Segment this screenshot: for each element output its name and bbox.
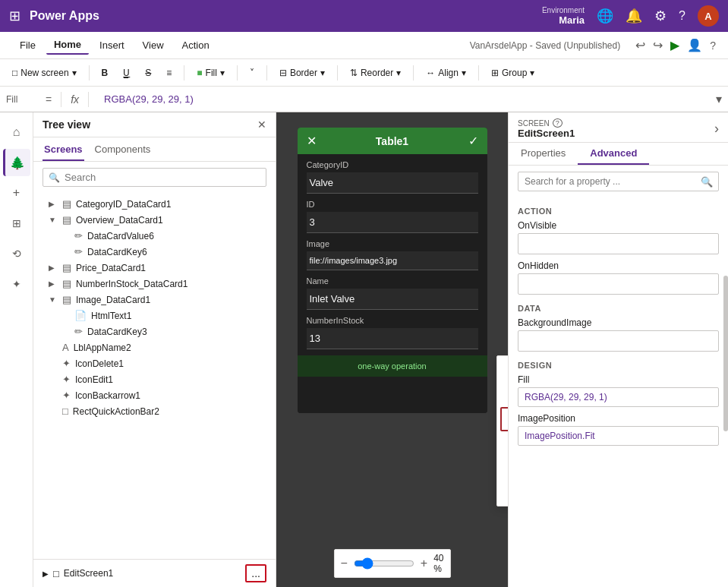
property-search-input[interactable] xyxy=(518,172,719,191)
strikethrough-button[interactable]: S xyxy=(139,65,157,80)
toolbar-sep-3 xyxy=(237,65,238,80)
avatar[interactable]: A xyxy=(698,5,719,27)
tree-item-numberinstock[interactable]: ▶ ▤ NumberInStock_DataCard1 xyxy=(33,276,276,292)
equals-icon: = xyxy=(43,93,55,106)
tree-item-datacardkey6[interactable]: ✏ DataCardKey6 xyxy=(33,244,276,260)
prop-onhidden: OnHidden xyxy=(518,260,719,295)
phone-close-icon[interactable]: ✕ xyxy=(307,134,317,148)
border-button[interactable]: ⊟ Border ▾ xyxy=(273,65,331,80)
panel-search: 🔍 xyxy=(518,172,719,191)
fill-button[interactable]: ■ Fill ▾ xyxy=(191,65,231,80)
expand-arrow: ▶ xyxy=(49,200,59,208)
tree-item-rectquickaction[interactable]: □ RectQuickActionBar2 xyxy=(33,403,276,419)
tree-item-categoryid[interactable]: ▶ ▤ CategoryID_DataCard1 xyxy=(33,196,276,212)
zoom-controls: − + 40 % xyxy=(333,549,450,578)
menu-home[interactable]: Home xyxy=(46,36,89,55)
settings-icon[interactable]: ⚙ xyxy=(654,8,667,24)
panel-tabs: Properties Advanced xyxy=(509,143,728,166)
menu-view[interactable]: View xyxy=(135,36,172,54)
right-panel: SCREEN ? EditScreen1 › Properties Advanc… xyxy=(508,112,728,587)
tree-content: ▶ ▤ CategoryID_DataCard1 ▼ ▤ Overview_Da… xyxy=(33,193,276,559)
tree-item-datacardvalue6[interactable]: ✏ DataCardValue6 xyxy=(33,228,276,244)
menu-insert[interactable]: Insert xyxy=(92,36,132,54)
property-label: Fill xyxy=(6,94,36,105)
help-circle-icon[interactable]: ? xyxy=(553,118,563,128)
tree-item-datacardkey3[interactable]: ✏ DataCardKey3 xyxy=(33,323,276,339)
tree-item-htmltext1[interactable]: 📄 HtmlText1 xyxy=(33,308,276,323)
sidebar-icon-data[interactable]: ⊞ xyxy=(3,210,30,237)
sidebar-icon-home[interactable]: ⌂ xyxy=(3,118,30,146)
formula-value[interactable]: RGBA(29, 29, 29, 1) xyxy=(95,92,710,106)
menu-file[interactable]: File xyxy=(12,36,43,54)
panel-expand-icon[interactable]: › xyxy=(714,121,719,137)
tab-advanced[interactable]: Advanced xyxy=(578,143,649,165)
left-sidebar-icons: ⌂ 🌲 + ⊞ ⟲ ✦ xyxy=(0,112,33,587)
fill-value[interactable]: RGBA(29, 29, 29, 1) xyxy=(518,387,719,407)
editscreen-item[interactable]: ▶ □ EditScreen1 xyxy=(43,568,239,579)
tab-components[interactable]: Components xyxy=(93,140,153,161)
tree-item-iconbackarrow1[interactable]: ✦ IconBackarrow1 xyxy=(33,387,276,403)
imageposition-value[interactable]: ImagePosition.Fit xyxy=(518,426,719,446)
notification-icon[interactable]: 🔔 xyxy=(626,8,642,24)
scrollbar[interactable] xyxy=(723,276,728,431)
search-input[interactable] xyxy=(43,168,266,187)
onhidden-input[interactable] xyxy=(518,273,719,295)
user-icon[interactable]: 👤 xyxy=(687,38,702,52)
section-action: ACTION xyxy=(518,207,719,216)
zoom-minus-button[interactable]: − xyxy=(340,557,347,570)
ctx-rename[interactable]: ✏ Rename xyxy=(497,433,508,457)
field-id: ID 3 xyxy=(307,200,478,233)
zoom-plus-button[interactable]: + xyxy=(421,557,427,570)
sidebar-icon-settings[interactable]: ✦ xyxy=(3,270,30,298)
environment-icon[interactable]: 🌐 xyxy=(597,8,613,24)
menu-action[interactable]: Action xyxy=(175,36,217,54)
tree-item-overview[interactable]: ▼ ▤ Overview_DataCard1 xyxy=(33,212,276,228)
ctx-delete[interactable]: 🗑 Delete xyxy=(500,407,508,431)
expand-arrow: ▶ xyxy=(49,264,59,272)
html-icon: 📄 xyxy=(74,310,87,321)
tree-header: Tree view ✕ xyxy=(33,112,276,137)
undo-icon[interactable]: ↩ xyxy=(635,38,645,52)
phone-check-icon[interactable]: ✓ xyxy=(468,134,478,148)
sidebar-icon-add[interactable]: + xyxy=(3,179,30,207)
zoom-slider[interactable] xyxy=(354,557,414,570)
align-button[interactable]: ≡ xyxy=(160,65,178,80)
ctx-collapse-all[interactable]: ⊟ Collapse all xyxy=(497,457,508,481)
sidebar-icon-connect[interactable]: ⟲ xyxy=(3,240,30,267)
backgroundimage-input[interactable] xyxy=(518,330,719,352)
bold-button[interactable]: B xyxy=(96,65,115,80)
ctx-expand-all[interactable]: ⊞ Expand all xyxy=(497,481,508,506)
italic-button[interactable]: U̲ xyxy=(117,65,136,80)
chevron-down-icon: ▾ xyxy=(72,68,77,78)
menu-bar: File Home Insert View Action VanArsdelAp… xyxy=(0,32,728,59)
help-icon-top[interactable]: ? xyxy=(679,9,685,23)
onvisible-input[interactable] xyxy=(518,233,719,254)
group-button[interactable]: ⊞ Group ▾ xyxy=(485,65,540,80)
align-btn[interactable]: ↔ Align ▾ xyxy=(420,65,472,80)
three-dots-button[interactable]: ... xyxy=(245,564,266,582)
reorder-button[interactable]: ⇅ Reorder ▾ xyxy=(344,65,407,80)
zoom-value: 40 % xyxy=(433,553,443,574)
play-icon[interactable]: ▶ xyxy=(670,38,679,52)
ctx-move-up[interactable]: ↑ Move up xyxy=(497,356,508,380)
tree-item-image-datacard[interactable]: ▼ ▤ Image_DataCard1 xyxy=(33,292,276,308)
grid-icon[interactable]: ⊞ xyxy=(9,8,20,24)
tab-screens[interactable]: Screens xyxy=(43,140,84,161)
tree-item-iconedit1[interactable]: ✦ IconEdit1 xyxy=(33,371,276,387)
tree-item-price[interactable]: ▶ ▤ Price_DataCard1 xyxy=(33,260,276,276)
toolbar-sep-2 xyxy=(184,65,184,80)
formula-expand-icon[interactable]: ▾ xyxy=(716,92,722,106)
chevron-button[interactable]: ˅ xyxy=(244,65,260,80)
ctx-duplicate[interactable]: ⧉ Duplicate screen xyxy=(497,380,508,406)
section-data: DATA xyxy=(518,304,719,313)
new-screen-button[interactable]: □ New screen ▾ xyxy=(6,65,83,80)
sidebar-icon-tree[interactable]: 🌲 xyxy=(3,149,30,176)
help-icon-menu[interactable]: ? xyxy=(710,39,716,52)
warning-banner: one-way operation xyxy=(298,355,487,377)
tab-properties[interactable]: Properties xyxy=(509,143,578,165)
tree-item-lblappname2[interactable]: A LblAppName2 xyxy=(33,339,276,355)
tree-close-icon[interactable]: ✕ xyxy=(257,118,266,131)
tree-item-icondelete1[interactable]: ✦ IconDelete1 xyxy=(33,355,276,371)
icon-type: ✦ xyxy=(62,358,71,369)
redo-icon[interactable]: ↪ xyxy=(653,38,663,52)
